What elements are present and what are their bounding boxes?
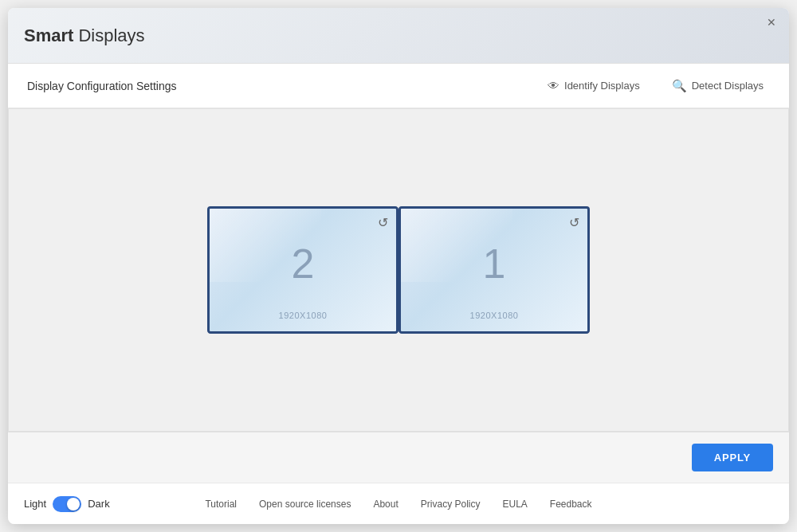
monitor-2[interactable]: ↺ 2 1920X1080 [207,206,398,334]
settings-header: Display Configuration Settings 👁 Identif… [8,64,789,108]
close-button[interactable]: ✕ [765,16,778,29]
app-window: Smart Displays ✕ Display Configuration S… [8,8,789,524]
detect-label: Detect Displays [692,80,764,92]
eye-icon: 👁 [548,79,559,92]
theme-toggle[interactable] [53,496,81,512]
title-bar: Smart Displays ✕ [8,8,789,64]
monitor-1[interactable]: ↺ 1 1920X1080 [398,206,590,334]
monitors-container: ↺ 2 1920X1080 ↺ 1 1920X1080 [207,206,590,334]
identify-label: Identify Displays [564,80,640,92]
app-title-normal: Displays [73,25,144,45]
title-bar-content: Smart Displays [24,25,145,46]
app-title: Smart Displays [24,25,145,46]
display-area: ↺ 2 1920X1080 ↺ 1 1920X1080 [8,108,789,432]
feedback-link[interactable]: Feedback [550,499,592,510]
monitor-2-number: 2 [292,243,315,284]
refresh-icon-monitor-2[interactable]: ↺ [378,215,388,230]
light-theme-label: Light [24,498,46,510]
toggle-knob [67,498,80,510]
app-title-bold: Smart [24,25,73,45]
monitor-2-resolution: 1920X1080 [279,311,328,320]
detect-displays-button[interactable]: 🔍 Detect Displays [665,76,770,96]
header-actions: 👁 Identify Displays 🔍 Detect Displays [541,76,770,96]
open-source-link[interactable]: Open source licenses [259,499,351,510]
footer-links: Tutorial Open source licenses About Priv… [205,499,591,510]
search-icon: 🔍 [672,79,687,93]
monitor-1-resolution: 1920X1080 [470,311,519,320]
settings-title: Display Configuration Settings [27,80,177,92]
apply-button[interactable]: APPLY [692,444,773,471]
tutorial-link[interactable]: Tutorial [205,499,237,510]
refresh-icon-monitor-1[interactable]: ↺ [569,215,579,230]
action-bar: APPLY [8,432,789,483]
eula-link[interactable]: EULA [502,499,527,510]
privacy-policy-link[interactable]: Privacy Policy [421,499,481,510]
footer-left: Light Dark [24,496,110,512]
footer: Light Dark Tutorial Open source licenses… [8,483,789,524]
main-content: Display Configuration Settings 👁 Identif… [8,64,789,483]
identify-displays-button[interactable]: 👁 Identify Displays [541,76,646,96]
monitor-1-number: 1 [483,243,506,284]
dark-theme-label: Dark [88,498,109,510]
about-link[interactable]: About [373,499,398,510]
